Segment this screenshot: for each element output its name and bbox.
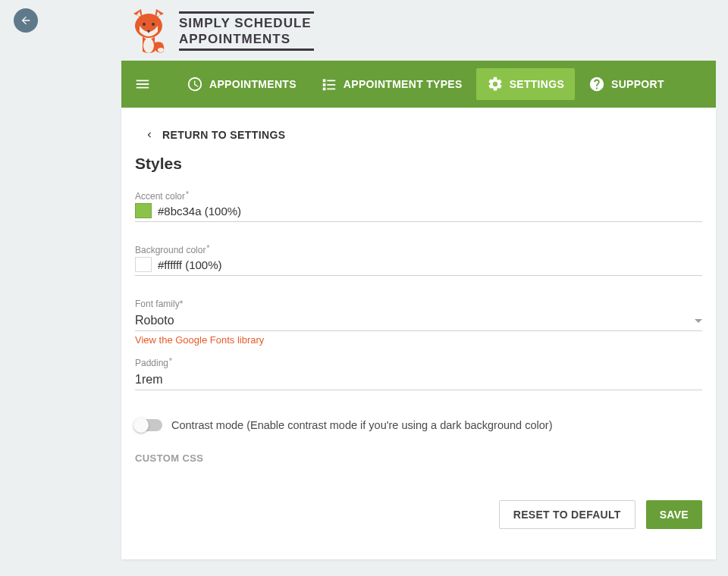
logo-title-line1: SIMPLY SCHEDULE	[179, 17, 314, 30]
accent-color-field: Accent color* #8bc34a (100%)	[135, 189, 702, 222]
svg-point-4	[158, 48, 164, 52]
main-nav: APPOINTMENTS APPOINTMENT TYPES SETTINGS …	[121, 61, 716, 108]
background-color-swatch[interactable]	[135, 257, 152, 272]
page-title: Styles	[135, 155, 702, 173]
nav-support[interactable]: SUPPORT	[578, 68, 675, 100]
accent-color-swatch[interactable]	[135, 203, 152, 218]
nav-settings-label: SETTINGS	[510, 78, 564, 90]
menu-button[interactable]	[130, 72, 155, 96]
logo-title-line2: APPOINTMENTS	[179, 33, 314, 45]
logo-text: SIMPLY SCHEDULE APPOINTMENTS	[179, 11, 314, 51]
font-family-value: Roboto	[135, 314, 174, 327]
custom-css-heading: CUSTOM CSS	[135, 452, 702, 464]
svg-point-1	[143, 23, 146, 26]
background-color-value[interactable]: #ffffff (100%)	[158, 258, 222, 271]
font-family-field: Font family* Roboto View the Google Font…	[135, 297, 702, 346]
nav-appointments-label: APPOINTMENTS	[209, 78, 297, 90]
font-family-label: Font family*	[135, 299, 183, 309]
accent-color-value[interactable]: #8bc34a (100%)	[158, 205, 241, 218]
menu-icon	[134, 76, 151, 92]
padding-label: Padding*	[135, 358, 171, 368]
contrast-mode-row: Contrast mode (Enable contrast mode if y…	[135, 419, 702, 431]
google-fonts-link[interactable]: View the Google Fonts library	[135, 334, 264, 346]
nav-appointments[interactable]: APPOINTMENTS	[176, 68, 307, 100]
contrast-mode-toggle[interactable]	[135, 419, 162, 431]
background-color-field: Background color* #ffffff (100%)	[135, 243, 702, 276]
return-to-settings[interactable]: RETURN TO SETTINGS	[121, 108, 716, 155]
svg-point-3	[143, 38, 154, 53]
nav-appointment-types-label: APPOINTMENT TYPES	[344, 78, 463, 90]
padding-field: Padding*	[135, 356, 702, 390]
save-button[interactable]: SAVE	[646, 500, 702, 529]
help-icon	[588, 76, 605, 92]
gear-icon	[487, 76, 504, 92]
arrow-left-icon	[20, 14, 32, 27]
font-family-select[interactable]: Roboto	[135, 311, 702, 331]
svg-point-2	[152, 23, 155, 26]
return-label: RETURN TO SETTINGS	[162, 129, 286, 141]
app-logo: SIMPLY SCHEDULE APPOINTMENTS	[121, 0, 716, 61]
settings-panel: RETURN TO SETTINGS Styles Accent color* …	[121, 108, 716, 559]
contrast-mode-label: Contrast mode (Enable contrast mode if y…	[171, 419, 552, 431]
chevron-down-icon	[695, 319, 702, 323]
toggle-knob	[133, 418, 149, 433]
action-buttons: RESET TO DEFAULT SAVE	[135, 500, 702, 529]
padding-input[interactable]	[135, 370, 702, 390]
chevron-left-icon	[144, 130, 155, 140]
list-icon	[321, 76, 337, 92]
fox-logo-icon	[127, 8, 170, 55]
accent-color-label: Accent color*	[135, 191, 188, 202]
nav-support-label: SUPPORT	[611, 78, 664, 90]
background-color-label: Background color*	[135, 245, 209, 255]
clock-icon	[187, 76, 203, 92]
nav-appointment-types[interactable]: APPOINTMENT TYPES	[310, 68, 473, 100]
back-button[interactable]	[14, 8, 38, 33]
nav-settings[interactable]: SETTINGS	[476, 68, 575, 100]
reset-to-default-button[interactable]: RESET TO DEFAULT	[499, 500, 635, 529]
